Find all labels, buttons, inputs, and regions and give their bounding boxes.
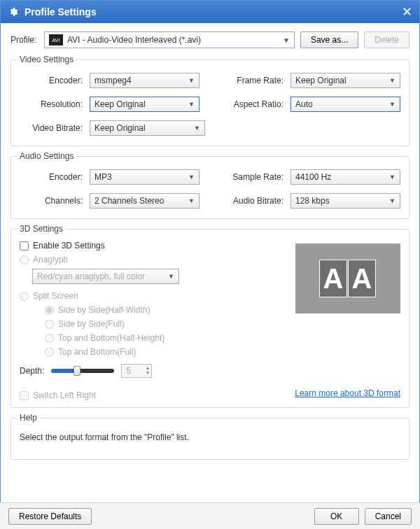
profile-label: Profile: (10, 35, 38, 45)
switch-lr-row: Switch Left Right (20, 390, 96, 400)
threed-preview: A A (295, 244, 400, 313)
sbs-full-row: Side by Side(Full) (45, 319, 281, 329)
avi-icon: AVI (49, 34, 63, 45)
tb-full-row: Top and Bottom(Full) (45, 347, 281, 357)
aspect-label: Aspect Ratio: (220, 99, 290, 109)
sbs-full-radio (45, 320, 54, 329)
audio-bitrate-combo[interactable]: 128 kbps▼ (290, 193, 400, 209)
anaglyph-mode-combo: Red/cyan anaglyph, full color▼ (32, 269, 179, 284)
sbs-half-radio (45, 306, 54, 315)
help-group: Help Select the output format from the "… (10, 418, 410, 460)
preview-a-left: A (319, 260, 347, 297)
profile-value: AVI - Audio-Video Interleaved (*.avi) (67, 35, 201, 45)
sbs-half-row: Side by Side(Half-Width) (45, 305, 281, 315)
chevron-down-icon: ▼ (194, 125, 200, 132)
aspect-combo[interactable]: Auto▼ (290, 97, 400, 112)
channels-label: Channels: (20, 196, 90, 206)
help-text: Select the output format from the "Profi… (20, 432, 400, 442)
restore-defaults-button[interactable]: Restore Defaults (8, 508, 92, 525)
anaglyph-radio (20, 255, 29, 264)
anaglyph-radio-row: Anaglyph (20, 255, 281, 264)
video-bitrate-label: Video Bitrate: (20, 123, 90, 133)
anaglyph-label: Anaglyph (33, 255, 68, 264)
video-settings-group: Video Settings Encoder: msmpeg4▼ Frame R… (10, 59, 410, 146)
slider-thumb[interactable] (74, 366, 80, 376)
chevron-down-icon: ▼ (389, 197, 396, 204)
spin-up-icon: ▲ (145, 365, 150, 370)
threed-legend: 3D Settings (17, 224, 66, 234)
chevron-down-icon: ▼ (283, 36, 290, 44)
video-legend: Video Settings (17, 55, 76, 64)
samplerate-combo[interactable]: 44100 Hz▼ (290, 169, 400, 185)
audio-settings-group: Audio Settings Encoder: MP3▼ Sample Rate… (10, 156, 410, 219)
chevron-down-icon: ▼ (188, 77, 195, 84)
threed-settings-group: 3D Settings Enable 3D Settings Anaglyph … (10, 229, 410, 408)
depth-slider[interactable] (51, 369, 114, 373)
close-icon[interactable]: ✕ (402, 4, 412, 20)
video-bitrate-combo[interactable]: Keep Original▼ (90, 120, 205, 136)
preview-a-right: A (348, 260, 376, 297)
audio-encoder-label: Encoder: (20, 172, 90, 182)
enable-3d-checkbox[interactable] (20, 241, 29, 251)
titlebar: Profile Settings ✕ (1, 1, 419, 23)
cancel-button[interactable]: Cancel (365, 508, 412, 525)
samplerate-label: Sample Rate: (220, 172, 290, 182)
audio-bitrate-label: Audio Bitrate: (220, 196, 290, 206)
tb-half-row: Top and Bottom(Half-Height) (45, 333, 281, 343)
chevron-down-icon: ▼ (389, 101, 396, 108)
tb-half-radio (45, 334, 54, 343)
depth-spinner: 5 ▲▼ (121, 364, 152, 378)
spin-down-icon: ▼ (145, 370, 150, 375)
window-title: Profile Settings (24, 6, 97, 17)
enable-3d-row[interactable]: Enable 3D Settings (20, 241, 281, 251)
chevron-down-icon: ▼ (389, 77, 396, 84)
gear-icon (8, 6, 19, 17)
chevron-down-icon: ▼ (188, 174, 195, 181)
audio-legend: Audio Settings (17, 151, 76, 161)
resolution-combo[interactable]: Keep Original▼ (90, 97, 200, 112)
save-as-button[interactable]: Save as... (300, 31, 358, 48)
chevron-down-icon: ▼ (188, 101, 195, 108)
split-radio (20, 292, 29, 301)
tb-full-radio (45, 348, 54, 357)
resolution-label: Resolution: (20, 99, 90, 109)
switch-lr-checkbox (20, 391, 29, 400)
profile-row: Profile: AVI AVI - Audio-Video Interleav… (10, 31, 410, 48)
chevron-down-icon: ▼ (168, 273, 174, 280)
framerate-label: Frame Rate: (220, 76, 290, 85)
chevron-down-icon: ▼ (188, 197, 195, 204)
chevron-down-icon: ▼ (389, 174, 396, 181)
framerate-combo[interactable]: Keep Original▼ (290, 73, 400, 88)
video-encoder-combo[interactable]: msmpeg4▼ (90, 73, 200, 88)
help-legend: Help (17, 413, 40, 423)
delete-button: Delete (364, 31, 410, 48)
bottom-bar: Restore Defaults OK Cancel (0, 502, 420, 529)
video-encoder-label: Encoder: (20, 76, 90, 85)
enable-3d-label: Enable 3D Settings (33, 241, 105, 251)
split-label: Split Screen (33, 291, 78, 301)
channels-combo[interactable]: 2 Channels Stereo▼ (90, 193, 200, 209)
depth-label: Depth: (20, 366, 44, 376)
profile-select[interactable]: AVI AVI - Audio-Video Interleaved (*.avi… (44, 31, 295, 48)
ok-button[interactable]: OK (314, 508, 359, 525)
split-radio-row: Split Screen (20, 291, 281, 301)
audio-encoder-combo[interactable]: MP3▼ (90, 169, 200, 185)
learn-more-link[interactable]: Learn more about 3D format (295, 388, 400, 398)
